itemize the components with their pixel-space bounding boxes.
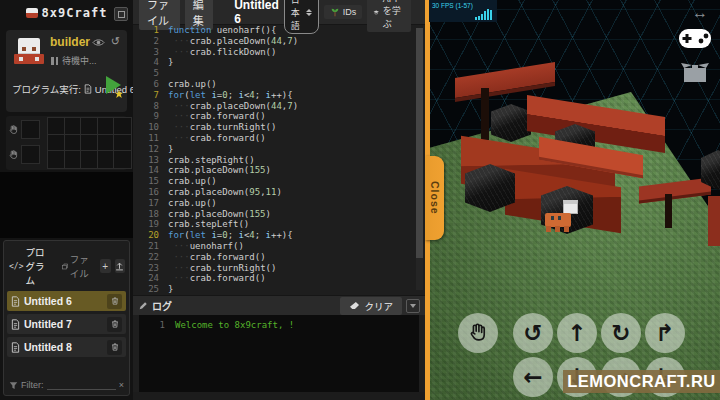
delete-program-button[interactable] bbox=[107, 317, 122, 332]
code-line[interactable]: 2 ···crab.placeDown(44,7) bbox=[133, 36, 425, 47]
tab-programs[interactable]: </> プログラム bbox=[9, 245, 54, 287]
sidebar: 8x9Craft builder ↺ 待機中... プログラム実行: bbox=[0, 0, 133, 400]
log-title: ログ bbox=[152, 298, 172, 313]
resize-icon[interactable]: ↔ bbox=[692, 4, 708, 22]
editor-topbar: ファイル 編集 Untitled 6 日本語 IDs APIを学ぶ bbox=[133, 0, 425, 25]
control-up-button[interactable]: ↑ bbox=[557, 313, 597, 353]
code-line[interactable]: 13crab.stepRight() bbox=[133, 155, 425, 166]
sidebar-spacer bbox=[0, 172, 133, 238]
code-line[interactable]: 10 ···crab.turnRight() bbox=[133, 122, 425, 133]
filter-clear-icon[interactable]: × bbox=[119, 380, 124, 390]
code-line[interactable]: 3 ···crab.flickDown() bbox=[133, 47, 425, 58]
popout-button[interactable] bbox=[114, 7, 128, 21]
8x9craft-app: 8x9Craft builder ↺ 待機中... プログラム実行: bbox=[0, 0, 720, 400]
log-line: 1Welcome to 8x9craft, ! bbox=[139, 319, 419, 331]
program-list: Untitled 6Untitled 7Untitled 8 bbox=[4, 290, 129, 361]
close-panel-tab[interactable]: Close bbox=[425, 156, 444, 240]
code-line[interactable]: 21 ···uenoharf() bbox=[133, 241, 425, 252]
editor-scrollbar[interactable] bbox=[416, 28, 423, 290]
open-box-icon[interactable] bbox=[680, 60, 710, 84]
code-line[interactable]: 17crab.up() bbox=[133, 198, 425, 209]
fps-histogram bbox=[475, 9, 492, 20]
code-line[interactable]: 4} bbox=[133, 57, 425, 68]
document-icon bbox=[84, 84, 92, 94]
control-rotate-cw-button[interactable]: ↻ bbox=[601, 313, 641, 353]
eraser-icon bbox=[349, 301, 360, 310]
delete-program-button[interactable] bbox=[107, 340, 122, 355]
document-icon bbox=[11, 296, 20, 307]
upload-program-button[interactable] bbox=[115, 259, 126, 273]
game-viewport[interactable]: Close 30 FPS (1-57) ↔ ↺↑↻↱←↓→↳ LEMONCRAF… bbox=[425, 0, 720, 400]
ids-button[interactable]: IDs bbox=[324, 5, 363, 19]
code-line[interactable]: 19crab.stepLeft() bbox=[133, 219, 425, 230]
pencil-icon bbox=[138, 301, 148, 311]
program-list-item[interactable]: Untitled 8 bbox=[7, 337, 126, 357]
add-program-button[interactable]: + bbox=[100, 259, 111, 273]
red-block bbox=[708, 196, 720, 246]
control-rotate-ccw-button[interactable]: ↺ bbox=[513, 313, 553, 353]
document-icon bbox=[11, 342, 20, 353]
editor-panel: ファイル 編集 Untitled 6 日本語 IDs APIを学ぶ 1funct… bbox=[133, 0, 425, 400]
crab-robot-body bbox=[545, 213, 571, 227]
select-arrows-icon bbox=[306, 9, 312, 16]
code-line[interactable]: 15crab.up() bbox=[133, 176, 425, 187]
inventory-grid[interactable] bbox=[47, 117, 128, 165]
robot-inventory bbox=[6, 116, 127, 170]
code-line[interactable]: 1function uenoharf(){ bbox=[133, 25, 425, 36]
code-line[interactable]: 23 ···crab.turnRight() bbox=[133, 263, 425, 274]
code-line[interactable]: 25} bbox=[133, 284, 425, 295]
code-line[interactable]: 24 ···crab.forward() bbox=[133, 273, 425, 284]
collapse-log-button[interactable] bbox=[406, 299, 420, 313]
code-line[interactable]: 11 ···crab.forward() bbox=[133, 133, 425, 144]
program-list-item[interactable]: Untitled 7 bbox=[7, 314, 126, 334]
pause-icon bbox=[51, 57, 58, 65]
code-line[interactable]: 9 ···crab.forward() bbox=[133, 111, 425, 122]
code-line[interactable]: 16crab.placeDown(95,11) bbox=[133, 187, 425, 198]
code-line[interactable]: 6crab.up() bbox=[133, 79, 425, 90]
robot-status-text: 待機中... bbox=[62, 54, 97, 67]
log-output: 1Welcome to 8x9craft, ! bbox=[139, 315, 419, 392]
program-name: Untitled 8 bbox=[24, 341, 72, 353]
filter-label: Filter: bbox=[21, 380, 44, 390]
robot-card: builder ↺ 待機中... プログラム実行: Untitled 6 bbox=[6, 30, 127, 112]
code-line[interactable]: 5 bbox=[133, 68, 425, 79]
hand-slot-1[interactable] bbox=[8, 120, 40, 139]
hand-slot-2[interactable] bbox=[8, 145, 40, 164]
reset-icon[interactable]: ↺ bbox=[111, 35, 120, 48]
program-name: Untitled 7 bbox=[24, 318, 72, 330]
copy-icon bbox=[62, 262, 68, 271]
program-list-item[interactable]: Untitled 6 bbox=[7, 291, 126, 311]
robot-name: builder bbox=[50, 35, 90, 49]
crab-robot-head bbox=[563, 200, 578, 214]
code-line[interactable]: 7for(let i=0; i<4; i++){ bbox=[133, 90, 425, 101]
log-header: ログ クリア bbox=[133, 295, 425, 315]
eye-icon[interactable] bbox=[92, 38, 105, 47]
code-line[interactable]: 14crab.placeDown(155) bbox=[133, 165, 425, 176]
black-block bbox=[465, 164, 515, 212]
control-hand-button[interactable] bbox=[458, 313, 498, 353]
fence-pole bbox=[481, 88, 489, 140]
code-editor[interactable]: 1function uenoharf(){2 ···crab.placeDown… bbox=[133, 25, 425, 295]
delete-program-button[interactable] bbox=[107, 294, 122, 309]
fps-counter: 30 FPS (1-57) bbox=[429, 0, 497, 22]
code-line[interactable]: 8 ···crab.placeDown(44,7) bbox=[133, 101, 425, 112]
code-line[interactable]: 22 ···crab.forward() bbox=[133, 252, 425, 263]
app-logo: 8x9Craft bbox=[0, 0, 133, 26]
code-line[interactable]: 12} bbox=[133, 144, 425, 155]
tab-files[interactable]: ファイル bbox=[62, 252, 96, 280]
code-icon: </> bbox=[9, 262, 23, 271]
scrollbar-thumb[interactable] bbox=[416, 28, 423, 258]
code-line[interactable]: 20for(let i=0; i<4; i++){ bbox=[133, 230, 425, 241]
filter-input[interactable] bbox=[47, 379, 116, 390]
control-left-button[interactable]: ← bbox=[513, 357, 553, 397]
black-block bbox=[491, 104, 531, 142]
fence-pole bbox=[665, 194, 672, 228]
programs-panel: </> プログラム ファイル + Untitled 6Untitled 7Unt… bbox=[3, 240, 130, 396]
clear-log-button[interactable]: クリア bbox=[340, 297, 402, 315]
robot-avatar bbox=[14, 38, 44, 64]
code-line[interactable]: 18crab.placeDown(155) bbox=[133, 209, 425, 220]
control-turn-up-button[interactable]: ↱ bbox=[645, 313, 685, 353]
gamepad-icon[interactable] bbox=[678, 28, 712, 49]
program-name: Untitled 6 bbox=[24, 295, 72, 307]
inventory-slot[interactable] bbox=[113, 150, 132, 169]
